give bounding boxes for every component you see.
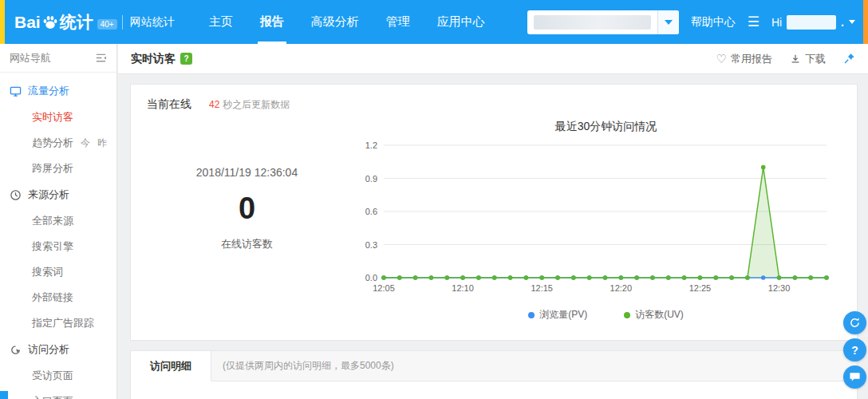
- pv-dot-icon: [528, 312, 535, 318]
- refresh-fab-button[interactable]: [843, 311, 866, 334]
- site-selector-toggle[interactable]: [657, 10, 679, 34]
- window-edge-right: [863, 0, 868, 44]
- logo-text-suffix: 统计: [60, 11, 93, 34]
- legend-item-uv[interactable]: 访客数(UV): [624, 308, 684, 322]
- current-timestamp: 2018/11/19 12:36:04: [147, 166, 347, 179]
- chart-legend: 浏览量(PV) 访客数(UV): [371, 308, 841, 322]
- download-icon: [790, 53, 801, 65]
- uv-dot-icon: [624, 312, 630, 318]
- username-redacted: [787, 15, 836, 30]
- svg-text:0.9: 0.9: [365, 174, 377, 184]
- sidebar-title: 网站导航: [10, 51, 51, 65]
- svg-text:0.0: 0.0: [365, 273, 377, 282]
- sidebar-item-ad-tracking[interactable]: 指定广告跟踪: [0, 310, 116, 336]
- trend-yesterday-link[interactable]: 昨: [97, 137, 107, 148]
- svg-text:12:30: 12:30: [768, 283, 791, 293]
- help-badge-icon[interactable]: ?: [180, 53, 192, 65]
- panel-header: 当前在线 42秒之后更新数据: [147, 97, 841, 112]
- sidebar-section-source-analysis[interactable]: 来源分析: [0, 181, 116, 208]
- heart-icon: ♡: [716, 52, 727, 66]
- sidebar-item-entry-pages[interactable]: 入口页面: [0, 389, 116, 399]
- baidu-tongji-logo[interactable]: Bai 统计 40+: [14, 11, 122, 34]
- legend-item-pv[interactable]: 浏览量(PV): [528, 308, 587, 322]
- menu-icon[interactable]: ☰: [748, 14, 760, 30]
- svg-text:12:10: 12:10: [452, 283, 474, 293]
- report-actions: ♡ 常用报告 下载: [716, 52, 855, 66]
- tab-visit-detail[interactable]: 访问明细: [131, 351, 211, 381]
- svg-text:1.2: 1.2: [365, 140, 377, 150]
- panel-body: 2018/11/19 12:36:04 0 在线访客数 最近30分钟访问情况 0…: [147, 115, 841, 322]
- refresh-icon: [849, 317, 861, 329]
- sidebar-item-all-sources[interactable]: 全部来源: [0, 208, 116, 234]
- sidebar-item-trend-analysis[interactable]: 趋势分析今昨: [0, 130, 116, 156]
- report-toolbar: 实时访客 ? ♡ 常用报告 下载: [118, 44, 868, 74]
- sidebar-item-cross-screen-analysis[interactable]: 跨屏分析: [0, 156, 116, 181]
- refresh-countdown: 42秒之后更新数据: [209, 98, 290, 112]
- collapse-icon: [95, 52, 107, 64]
- feedback-fab-button[interactable]: [843, 365, 866, 389]
- help-fab-button[interactable]: ?: [843, 338, 866, 361]
- realtime-chart: 最近30分钟访问情况 0.00.30.60.91.212:0512:1012:1…: [347, 115, 841, 322]
- corner-artifact: [0, 391, 8, 399]
- user-suffix: .: [841, 16, 844, 29]
- sidebar-item-search-engines[interactable]: 搜索引擎: [0, 234, 116, 259]
- svg-text:0.6: 0.6: [365, 207, 377, 216]
- chevron-down-icon: [849, 20, 855, 24]
- svg-text:12:05: 12:05: [373, 283, 395, 293]
- online-visitor-count-label: 在线访客数: [147, 237, 347, 251]
- online-visitor-count: 0: [147, 192, 347, 226]
- sidebar-section-traffic-analysis[interactable]: 流量分析: [0, 77, 116, 105]
- sidebar-collapse-button[interactable]: [95, 52, 107, 64]
- site-name-redacted: [534, 15, 651, 30]
- realtime-panel: 当前在线 42秒之后更新数据 2018/11/19 12:36:04 0 在线访…: [130, 84, 858, 341]
- visit-analysis-icon: [10, 344, 22, 356]
- svg-text:0.3: 0.3: [365, 240, 377, 250]
- user-menu[interactable]: Hi .: [771, 15, 855, 30]
- chart-title: 最近30分钟访问情况: [371, 120, 841, 134]
- floating-buttons: ?: [843, 311, 866, 389]
- download-button[interactable]: 下载: [790, 52, 826, 66]
- sidebar-section-visit-analysis[interactable]: 访问分析: [0, 336, 116, 363]
- favorite-report-button[interactable]: ♡ 常用报告: [716, 52, 772, 66]
- svg-text:12:15: 12:15: [531, 283, 553, 293]
- page-title: 实时访客: [131, 52, 176, 66]
- greeting-text: Hi: [771, 16, 782, 29]
- online-visitors-stat: 2018/11/19 12:36:04 0 在线访客数: [147, 115, 347, 322]
- clock-icon: [10, 189, 22, 201]
- main-content: 实时访客 ? ♡ 常用报告 下载 当前在线: [118, 44, 868, 399]
- svg-text:12:20: 12:20: [610, 283, 633, 293]
- product-name: 网站统计: [122, 15, 175, 30]
- sidebar-item-visited-pages[interactable]: 受访页面: [0, 363, 116, 389]
- top-navbar: Bai 统计 40+ 网站统计 主页 报告 高级分析 管理 应用中心 帮助中心 …: [0, 0, 868, 44]
- trend-today-link[interactable]: 今: [81, 137, 90, 148]
- nav-item-advanced-analysis[interactable]: 高级分析: [298, 0, 373, 44]
- detail-tab-bar: 访问明细 (仅提供两周内的访问明细，最多5000条): [131, 351, 857, 381]
- sidebar-menu: 流量分析 实时访客 趋势分析今昨 跨屏分析 来源分析 全部来源 搜索引擎 搜索词…: [0, 73, 116, 399]
- visit-detail-panel: 访问明细 (仅提供两周内的访问明细，最多5000条): [130, 350, 858, 399]
- countdown-seconds: 42: [209, 99, 219, 110]
- primary-nav: 主页 报告 高级分析 管理 应用中心: [195, 0, 499, 44]
- sidebar-item-realtime-visitors[interactable]: 实时访客: [0, 105, 116, 130]
- help-center-link[interactable]: 帮助中心: [691, 15, 736, 30]
- pin-icon: [843, 53, 855, 65]
- version-badge: 40+: [97, 19, 117, 30]
- detail-note: (仅提供两周内的访问明细，最多5000条): [223, 351, 394, 381]
- window-edge-left: [0, 0, 5, 44]
- chat-bubble-icon: [849, 371, 861, 383]
- nav-item-home[interactable]: 主页: [195, 0, 247, 44]
- logo-text-prefix: Bai: [14, 13, 41, 32]
- traffic-analysis-icon: [10, 85, 22, 97]
- line-chart: 0.00.30.60.91.212:0512:1012:1512:2012:25…: [347, 134, 841, 305]
- site-selector-dropdown[interactable]: [527, 10, 679, 34]
- nav-item-report[interactable]: 报告: [247, 0, 298, 44]
- nav-item-manage[interactable]: 管理: [373, 0, 424, 44]
- sidebar-header: 网站导航: [0, 44, 116, 73]
- pin-button[interactable]: [843, 53, 855, 65]
- question-mark-icon: ?: [851, 344, 858, 357]
- navbar-right: 帮助中心 ☰ Hi .: [527, 10, 855, 34]
- sidebar-item-external-links[interactable]: 外部链接: [0, 285, 116, 310]
- sidebar: 网站导航 流量分析 实时访客 趋势分析今昨 跨屏分析: [0, 44, 117, 399]
- nav-item-app-center[interactable]: 应用中心: [424, 0, 499, 44]
- chevron-down-icon: [665, 20, 673, 25]
- sidebar-item-search-terms[interactable]: 搜索词: [0, 259, 116, 285]
